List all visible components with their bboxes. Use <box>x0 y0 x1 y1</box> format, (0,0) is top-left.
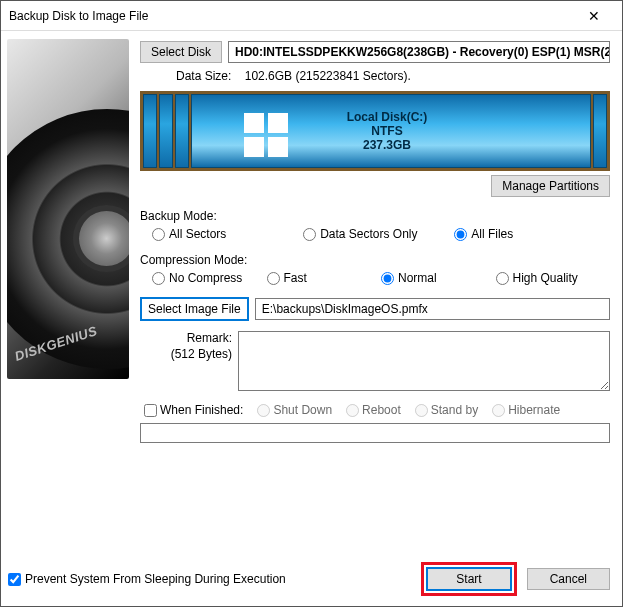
window-title: Backup Disk to Image File <box>9 9 574 23</box>
partition-name: Local Disk(C:) <box>347 110 428 124</box>
finish-standby: Stand by <box>415 403 478 417</box>
manage-partitions-button[interactable]: Manage Partitions <box>491 175 610 197</box>
titlebar: Backup Disk to Image File ✕ <box>1 1 622 31</box>
close-icon[interactable]: ✕ <box>574 8 614 24</box>
backup-mode-all-sectors[interactable]: All Sectors <box>152 227 303 241</box>
backup-mode-group: All Sectors Data Sectors Only All Files <box>140 227 610 241</box>
remark-label: Remark:(512 Bytes) <box>140 331 232 391</box>
data-size-value: 102.6GB (215223841 Sectors). <box>245 69 411 83</box>
start-highlight: Start <box>421 562 516 596</box>
select-disk-button[interactable]: Select Disk <box>140 41 222 63</box>
select-image-file-button[interactable]: Select Image File <box>140 297 249 321</box>
partition-main[interactable]: Local Disk(C:) NTFS 237.3GB <box>191 94 591 168</box>
partition-size: 237.3GB <box>363 138 411 152</box>
disk-name-field: HD0:INTELSSDPEKKW256G8(238GB) - Recovery… <box>228 41 610 63</box>
when-finished-checkbox[interactable]: When Finished: <box>144 403 243 417</box>
partition-segment[interactable] <box>593 94 607 168</box>
compression-mode-group: No Compress Fast Normal High Quality <box>140 271 610 285</box>
finish-reboot: Reboot <box>346 403 401 417</box>
windows-icon <box>244 113 290 159</box>
partition-fs: NTFS <box>371 124 402 138</box>
disk-illustration: DISKGENIUS <box>7 39 129 379</box>
partition-segment[interactable] <box>159 94 173 168</box>
data-size-row: Data Size: 102.6GB (215223841 Sectors). <box>176 69 610 83</box>
compression-fast[interactable]: Fast <box>267 271 382 285</box>
backup-mode-data-sectors[interactable]: Data Sectors Only <box>303 227 454 241</box>
main-panel: Select Disk HD0:INTELSSDPEKKW256G8(238GB… <box>136 31 622 606</box>
prevent-sleep-checkbox[interactable]: Prevent System From Sleeping During Exec… <box>8 572 286 586</box>
compression-none[interactable]: No Compress <box>152 271 267 285</box>
compression-high[interactable]: High Quality <box>496 271 611 285</box>
partition-segment[interactable] <box>175 94 189 168</box>
remark-input[interactable] <box>238 331 610 391</box>
cancel-button[interactable]: Cancel <box>527 568 610 590</box>
compression-mode-label: Compression Mode: <box>140 253 610 267</box>
footer: Prevent System From Sleeping During Exec… <box>8 562 610 596</box>
when-finished-row: When Finished: Shut Down Reboot Stand by… <box>140 403 610 417</box>
image-path-field[interactable]: E:\backups\DiskImageOS.pmfx <box>255 298 610 320</box>
data-size-label: Data Size: <box>176 69 231 83</box>
finish-shutdown: Shut Down <box>257 403 332 417</box>
partition-bar[interactable]: Local Disk(C:) NTFS 237.3GB <box>140 91 610 171</box>
compression-normal[interactable]: Normal <box>381 271 496 285</box>
backup-mode-all-files[interactable]: All Files <box>454 227 605 241</box>
finish-hibernate: Hibernate <box>492 403 560 417</box>
brand-logo: DISKGENIUS <box>13 323 99 364</box>
progress-bar <box>140 423 610 443</box>
partition-segment[interactable] <box>143 94 157 168</box>
sidebar: DISKGENIUS <box>1 31 136 606</box>
start-button[interactable]: Start <box>426 567 511 591</box>
backup-mode-label: Backup Mode: <box>140 209 610 223</box>
